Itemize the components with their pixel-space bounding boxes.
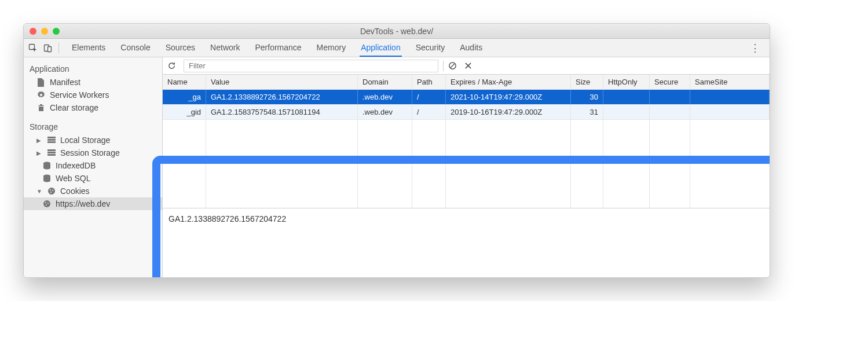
cookie-detail-value: GA1.2.1338892726.1567204722 [169,214,286,223]
cell: GA1.2.1338892726.1567204722 [206,90,358,104]
svg-point-19 [46,204,47,206]
sidebar-item-cookie-origin[interactable]: https://web.dev [24,197,162,210]
sidebar-item-label: Manifest [50,78,80,87]
traffic-lights [30,28,60,35]
sidebar-item-service-workers[interactable]: Service Workers [24,89,162,101]
tab-memory[interactable]: Memory [316,39,347,56]
th-domain[interactable]: Domain [358,75,412,89]
window-title: DevTools - web.dev/ [24,27,770,36]
cell: 2021-10-14T19:47:29.000Z [446,90,571,104]
sidebar-item-session-storage[interactable]: ▶ Session Storage [24,146,162,159]
sidebar-item-manifest[interactable]: Manifest [24,76,162,89]
cell [650,105,690,119]
sidebar-item-cookies[interactable]: ▼ Cookies [24,185,162,197]
svg-point-13 [50,189,51,190]
chevron-right-icon: ▶ [36,150,42,156]
tab-console[interactable]: Console [119,39,151,56]
sidebar-item-label: Web SQL [56,174,90,183]
storage-icon [47,149,56,157]
main-panel: Name Value Domain Path Expires / Max-Age… [163,57,770,277]
th-value[interactable]: Value [206,75,358,89]
database-icon [42,174,51,183]
zoom-window-button[interactable] [53,28,60,35]
svg-point-17 [45,202,46,203]
devtools-window: DevTools - web.dev/ ElementsConsoleSourc… [23,23,770,278]
sidebar-item-label: Session Storage [60,148,120,157]
svg-point-3 [40,94,42,96]
storage-icon [47,136,56,145]
th-expires[interactable]: Expires / Max-Age [446,75,571,89]
device-toggle-icon[interactable] [43,43,53,53]
gear-icon [36,91,45,100]
delete-selected-button[interactable] [464,62,476,69]
sidebar-item-label: IndexedDB [56,161,96,170]
cell: 2019-10-16T19:47:29.000Z [446,105,571,119]
svg-rect-5 [47,139,56,141]
cookie-detail-pane: GA1.2.1338892726.1567204722 [163,208,770,277]
th-secure[interactable]: Secure [650,75,690,89]
table-empty-area [163,120,770,208]
cell [690,105,770,119]
th-path[interactable]: Path [412,75,446,89]
cookies-table: Name Value Domain Path Expires / Max-Age… [163,75,770,208]
inspect-icon[interactable] [28,43,38,53]
tab-network[interactable]: Network [209,39,241,56]
tab-elements[interactable]: Elements [71,39,107,56]
th-httponly[interactable]: HttpOnly [603,75,650,89]
tab-application[interactable]: Application [360,39,402,57]
cell: GA1.2.1583757548.1571081194 [206,105,358,119]
sidebar-item-local-storage[interactable]: ▶ Local Storage [24,134,162,146]
svg-rect-8 [47,152,56,153]
cell: 30 [571,90,603,104]
svg-point-16 [43,200,50,207]
sidebar-item-label: Clear storage [50,103,98,112]
refresh-button[interactable] [167,61,179,70]
titlebar: DevTools - web.dev/ [24,24,770,39]
svg-point-18 [47,203,49,204]
cell: 31 [571,105,603,119]
svg-rect-7 [47,149,56,151]
th-name[interactable]: Name [163,75,206,89]
cell: _ga [163,90,206,104]
th-size[interactable]: Size [571,75,603,89]
svg-point-15 [50,192,52,193]
svg-point-12 [48,188,55,195]
database-icon [42,162,51,170]
table-row[interactable]: _gidGA1.2.1583757548.1571081194.web.dev/… [163,105,770,120]
minimize-window-button[interactable] [41,28,48,35]
divider [58,43,59,53]
cell: .web.dev [358,105,412,119]
cell [690,90,770,104]
sidebar-item-indexeddb[interactable]: IndexedDB [24,159,162,172]
clear-all-button[interactable] [448,61,460,70]
svg-rect-9 [47,154,56,156]
svg-point-14 [52,190,53,191]
chevron-right-icon: ▶ [36,137,42,144]
sidebar-item-clear-storage[interactable]: Clear storage [24,101,162,114]
sidebar: Application Manifest Service Workers Cle… [24,57,163,277]
cell: _gid [163,105,206,119]
filter-input[interactable] [184,60,438,72]
tabbar: ElementsConsoleSourcesNetworkPerformance… [24,39,770,57]
more-menu-icon[interactable]: ⋮ [745,42,765,54]
divider [443,61,444,71]
tab-sources[interactable]: Sources [164,39,196,56]
sidebar-item-websql[interactable]: Web SQL [24,172,162,185]
th-samesite[interactable]: SameSite [690,75,770,89]
cell: / [412,105,446,119]
svg-rect-2 [48,46,52,52]
cell: .web.dev [358,90,412,104]
trash-icon [36,104,45,112]
cell: / [412,90,446,104]
cookie-toolbar [163,57,770,75]
file-icon [36,78,45,87]
table-row[interactable]: _gaGA1.2.1338892726.1567204722.web.dev/2… [163,90,770,105]
tab-security[interactable]: Security [415,39,446,56]
chevron-down-icon: ▼ [36,188,42,195]
close-window-button[interactable] [30,28,36,35]
tab-performance[interactable]: Performance [254,39,302,56]
sidebar-item-label: Local Storage [60,135,110,145]
table-header-row: Name Value Domain Path Expires / Max-Age… [163,75,770,90]
tab-audits[interactable]: Audits [459,39,484,56]
sidebar-item-label: Cookies [60,186,90,196]
